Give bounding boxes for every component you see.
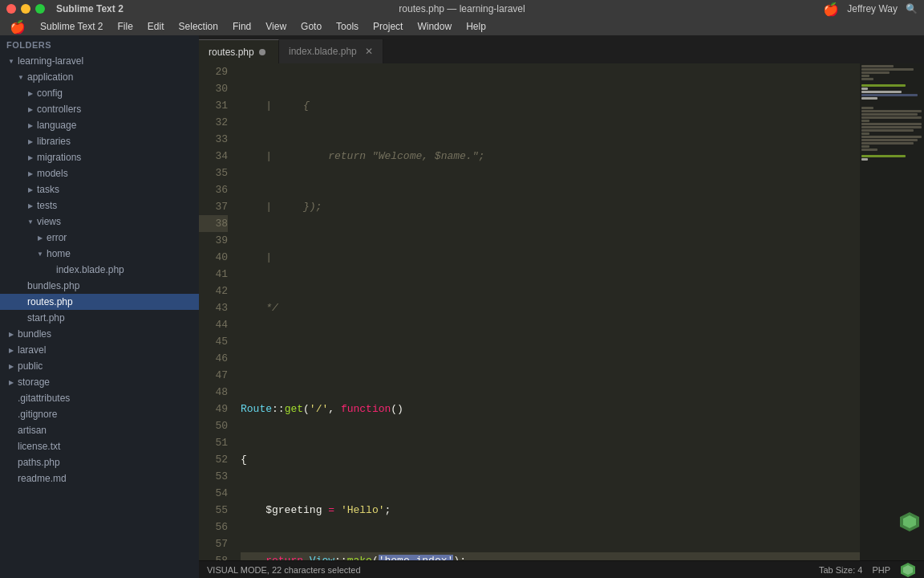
file-label: paths.php — [18, 457, 60, 468]
status-mode: VISUAL MODE, 22 characters selected — [207, 565, 361, 575]
folder-label: views — [37, 216, 61, 227]
sidebar-item-gitignore[interactable]: .gitignore — [0, 406, 199, 422]
sidebar-item-readme[interactable]: readme.md — [0, 470, 199, 486]
code-content[interactable]: | { | return "Welcome, $name."; | }); | … — [234, 63, 860, 560]
menu-goto[interactable]: Goto — [294, 18, 328, 35]
titlebar-right: 🍎 Jeffrey Way 🔍 — [823, 2, 918, 17]
line-number: 47 — [199, 367, 228, 384]
line-number: 51 — [199, 434, 228, 451]
app-name: Sublime Text 2 — [56, 3, 124, 14]
line-number: 37 — [199, 198, 228, 215]
mini-line — [861, 155, 906, 157]
sidebar-item-models[interactable]: models — [0, 165, 199, 181]
folder-label: language — [37, 120, 76, 131]
window-title: routes.php — learning-laravel — [399, 3, 525, 14]
sidebar-item-error[interactable]: error — [0, 230, 199, 246]
tab-size-label[interactable]: Tab Size: 4 — [819, 565, 862, 575]
tab-index-blade[interactable]: index.blade.php ✕ — [279, 39, 383, 63]
menu-app[interactable]: Sublime Text 2 — [34, 18, 110, 35]
sidebar-item-index-blade[interactable]: index.blade.php — [0, 262, 199, 278]
code-line-29: | { — [241, 97, 860, 114]
sidebar-item-bundles[interactable]: bundles — [0, 326, 199, 342]
code-line-36: { — [241, 451, 860, 468]
menu-project[interactable]: Project — [367, 18, 409, 35]
sidebar-item-routes-php[interactable]: routes.php — [0, 294, 199, 310]
mini-line — [861, 71, 890, 74]
tab-routes-php[interactable]: routes.php — [199, 39, 279, 63]
sidebar-item-migrations[interactable]: migrations — [0, 149, 199, 165]
minimize-button[interactable] — [21, 4, 30, 14]
window-controls: Sublime Text 2 — [6, 3, 124, 14]
folder-label: libraries — [37, 136, 71, 147]
maximize-button[interactable] — [35, 4, 45, 14]
file-label: routes.php — [27, 296, 73, 307]
expand-icon — [26, 218, 35, 226]
sidebar-item-license[interactable]: license.txt — [0, 438, 199, 454]
menu-help[interactable]: Help — [460, 18, 492, 35]
sidebar-item-gitattributes[interactable]: .gitattributes — [0, 390, 199, 406]
minimap[interactable] — [860, 63, 924, 560]
sidebar-item-home[interactable]: home — [0, 246, 199, 262]
user-name: Jeffrey Way — [847, 3, 898, 14]
sidebar-header: FOLDERS — [0, 35, 199, 53]
sidebar-item-application[interactable]: application — [0, 69, 199, 85]
mini-line — [861, 88, 868, 90]
line-number: 33 — [199, 131, 228, 148]
menu-tools[interactable]: Tools — [330, 18, 365, 35]
menu-view[interactable]: View — [259, 18, 293, 35]
sidebar-item-storage[interactable]: storage — [0, 374, 199, 390]
mini-line — [861, 149, 877, 151]
editor-area: routes.php index.blade.php ✕ 29 30 31 32… — [199, 35, 924, 578]
apple-icon: 🍎 — [823, 2, 839, 17]
sidebar-item-public[interactable]: public — [0, 358, 199, 374]
line-number: 56 — [199, 519, 228, 535]
line-number: 50 — [199, 417, 228, 434]
menu-apple[interactable]: 🍎 — [3, 18, 32, 35]
expand-icon — [26, 106, 35, 113]
code-line-38: return View::make('home.index'); — [241, 552, 860, 560]
mini-line — [861, 116, 922, 119]
menu-window[interactable]: Window — [411, 18, 458, 35]
menu-edit[interactable]: Edit — [141, 18, 171, 35]
sidebar-item-views[interactable]: views — [0, 214, 199, 230]
file-label: .gitignore — [18, 409, 57, 420]
expand-icon — [6, 347, 16, 354]
folder-label: error — [47, 232, 67, 243]
folder-label: migrations — [37, 152, 81, 163]
sidebar-item-bundles-php[interactable]: bundles.php — [0, 278, 199, 294]
folder-label: models — [37, 168, 68, 179]
sidebar-item-laravel[interactable]: laravel — [0, 342, 199, 358]
menu-selection[interactable]: Selection — [172, 18, 225, 35]
tab-close-button[interactable]: ✕ — [365, 46, 373, 57]
line-number: 34 — [199, 148, 228, 165]
sidebar-item-paths[interactable]: paths.php — [0, 454, 199, 470]
sidebar-item-artisan[interactable]: artisan — [0, 422, 199, 438]
search-icon[interactable]: 🔍 — [906, 3, 918, 14]
menu-find[interactable]: Find — [226, 18, 257, 35]
code-editor[interactable]: 29 30 31 32 33 34 35 36 37 38 39 40 41 4… — [199, 63, 860, 560]
line-number: 31 — [199, 97, 228, 114]
sidebar-item-libraries[interactable]: libraries — [0, 133, 199, 149]
minimap-content — [860, 63, 924, 163]
line-number: 32 — [199, 114, 228, 131]
line-number: 53 — [199, 468, 228, 485]
line-number: 29 — [199, 63, 228, 80]
sidebar-item-learning-laravel[interactable]: learning-laravel — [0, 53, 199, 69]
sidebar-item-language[interactable]: language — [0, 117, 199, 133]
line-number: 57 — [199, 535, 228, 552]
folder-label: home — [47, 248, 71, 259]
folder-label: public — [18, 360, 43, 372]
line-number: 55 — [199, 502, 228, 519]
expand-icon — [35, 250, 45, 258]
sidebar-item-tests[interactable]: tests — [0, 197, 199, 214]
sidebar-item-start-php[interactable]: start.php — [0, 310, 199, 326]
sidebar-item-tasks[interactable]: tasks — [0, 181, 199, 197]
mini-line — [861, 65, 894, 67]
menu-file[interactable]: File — [111, 18, 140, 35]
sidebar-item-config[interactable]: config — [0, 85, 199, 101]
sidebar-item-controllers[interactable]: controllers — [0, 101, 199, 117]
close-button[interactable] — [6, 4, 16, 14]
language-label[interactable]: PHP — [872, 565, 890, 575]
mini-line — [861, 139, 918, 141]
file-label: bundles.php — [27, 280, 79, 291]
